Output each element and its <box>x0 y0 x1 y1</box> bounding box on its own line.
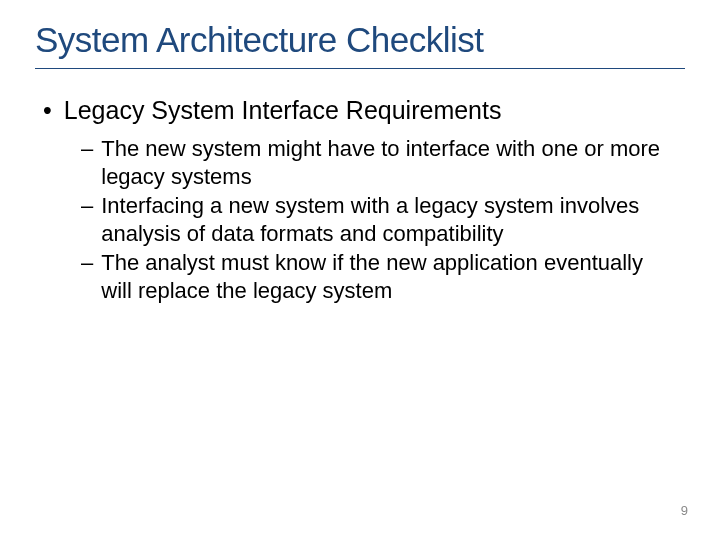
sub-text: The new system might have to interface w… <box>101 135 671 190</box>
title-underline <box>35 68 685 69</box>
slide-title: System Architecture Checklist <box>35 20 685 60</box>
bullet-marker: • <box>43 95 52 125</box>
bullet-text: Legacy System Interface Requirements <box>64 95 502 125</box>
sub-text: Interfacing a new system with a legacy s… <box>101 192 671 247</box>
page-number: 9 <box>681 503 688 518</box>
sub-text: The analyst must know if the new applica… <box>101 249 671 304</box>
dash-marker: – <box>81 135 93 163</box>
dash-marker: – <box>81 249 93 277</box>
sub-item: – The new system might have to interface… <box>81 135 685 190</box>
dash-marker: – <box>81 192 93 220</box>
sub-item: – The analyst must know if the new appli… <box>81 249 685 304</box>
sub-item: – Interfacing a new system with a legacy… <box>81 192 685 247</box>
bullet-item: • Legacy System Interface Requirements <box>43 95 685 125</box>
